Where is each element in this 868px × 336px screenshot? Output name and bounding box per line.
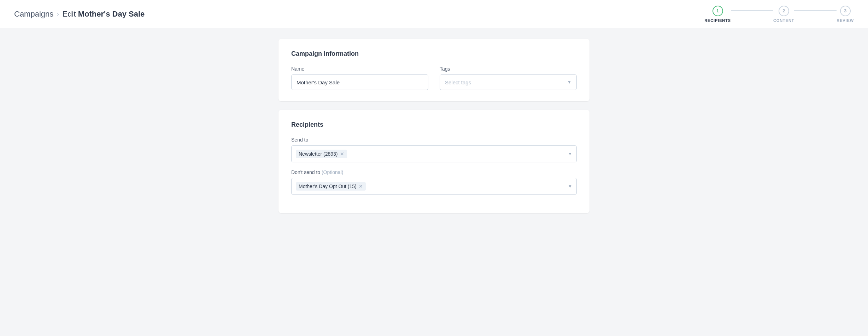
campaign-info-title: Campaign Information [291, 50, 577, 58]
recipients-title: Recipients [291, 121, 577, 128]
campaign-info-form-row: Name Tags Select tags ▼ [291, 66, 577, 90]
edit-label: Edit [63, 10, 76, 18]
opt-out-tag-chip: Mother's Day Opt Out (15) ✕ [296, 182, 366, 191]
tags-label: Tags [440, 66, 577, 72]
dont-send-optional: (Optional) [322, 169, 343, 175]
newsletter-tag-label: Newsletter (2893) [299, 151, 338, 157]
tags-form-group: Tags Select tags ▼ [440, 66, 577, 90]
tags-select[interactable]: Select tags ▼ [440, 74, 577, 90]
tags-dropdown-arrow: ▼ [567, 80, 571, 85]
dont-send-dropdown-arrow: ▼ [568, 184, 572, 189]
step-recipients[interactable]: 1 RECIPIENTS [704, 6, 731, 23]
dont-send-to-input[interactable]: Mother's Day Opt Out (15) ✕ ▼ [291, 178, 577, 195]
campaign-info-card: Campaign Information Name Tags Select ta… [278, 39, 590, 101]
step-connector-2-3 [794, 10, 837, 11]
campaigns-link[interactable]: Campaigns [14, 10, 53, 19]
name-label: Name [291, 66, 428, 72]
send-to-label: Send to [291, 137, 577, 143]
send-to-form-group: Send to Newsletter (2893) ✕ ▼ [291, 137, 577, 162]
breadcrumb: Campaigns › Edit Mother's Day Sale [14, 10, 145, 19]
step-connector-1-2 [731, 10, 773, 11]
opt-out-tag-remove[interactable]: ✕ [359, 184, 363, 189]
campaign-name-input[interactable] [291, 74, 428, 90]
step-content[interactable]: 2 CONTENT [773, 6, 794, 23]
dont-send-to-form-group: Don't send to (Optional) Mother's Day Op… [291, 169, 577, 195]
tags-placeholder: Select tags [445, 79, 567, 85]
send-to-input[interactable]: Newsletter (2893) ✕ ▼ [291, 145, 577, 162]
newsletter-tag-chip: Newsletter (2893) ✕ [296, 150, 347, 158]
dont-send-to-label: Don't send to (Optional) [291, 169, 577, 175]
opt-out-tag-label: Mother's Day Opt Out (15) [299, 184, 357, 189]
step-2-label: CONTENT [773, 18, 794, 23]
step-3-circle: 3 [840, 6, 851, 16]
step-1-label: RECIPIENTS [704, 18, 731, 23]
step-2-circle: 2 [779, 6, 789, 16]
name-form-group: Name [291, 66, 428, 90]
step-1-circle: 1 [712, 6, 723, 16]
step-3-label: REVIEW [837, 18, 854, 23]
campaign-name-heading: Mother's Day Sale [78, 10, 145, 18]
breadcrumb-arrow: › [57, 11, 59, 17]
recipients-card: Recipients Send to Newsletter (2893) ✕ ▼… [278, 110, 590, 213]
newsletter-tag-remove[interactable]: ✕ [340, 151, 344, 156]
step-review[interactable]: 3 REVIEW [837, 6, 854, 23]
breadcrumb-current: Edit Mother's Day Sale [63, 10, 145, 19]
header: Campaigns › Edit Mother's Day Sale 1 REC… [0, 0, 868, 28]
main-content: Campaign Information Name Tags Select ta… [264, 28, 604, 232]
steps-wizard: 1 RECIPIENTS 2 CONTENT 3 REVIEW [704, 6, 854, 23]
send-to-dropdown-arrow: ▼ [568, 151, 572, 156]
